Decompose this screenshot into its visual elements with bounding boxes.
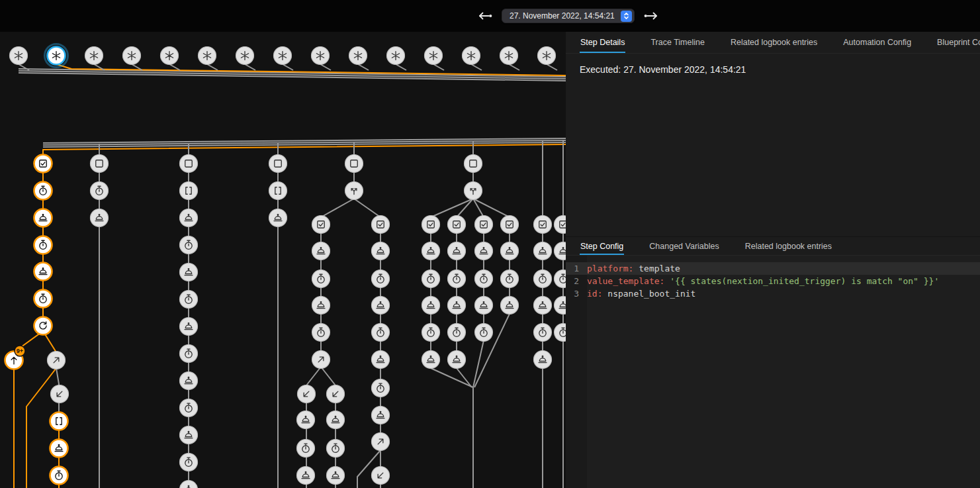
graph-node-asterisk[interactable] <box>45 44 68 68</box>
graph-node-timer[interactable] <box>91 182 109 200</box>
graph-node-checkbox-marked[interactable] <box>448 216 466 234</box>
graph-node-checkbox-marked[interactable] <box>555 216 566 234</box>
graph-node-code-brackets[interactable] <box>50 413 68 430</box>
graph-node-timer[interactable] <box>448 324 466 342</box>
graph-node-asterisk[interactable] <box>199 47 216 65</box>
graph-node-checkbox-blank[interactable] <box>180 155 198 173</box>
graph-node-timer[interactable] <box>501 270 519 288</box>
graph-node-timer[interactable] <box>180 291 198 309</box>
graph-node-timer[interactable] <box>34 182 52 200</box>
graph-node-service-bell[interactable] <box>372 242 390 260</box>
tab-changed-variables[interactable]: Changed Variables <box>648 237 719 255</box>
tab-step-details[interactable]: Step Details <box>580 32 625 53</box>
graph-node-service-bell[interactable] <box>534 297 552 315</box>
graph-node-service-bell[interactable] <box>180 318 198 336</box>
graph-node-asterisk[interactable] <box>274 47 292 65</box>
graph-node-timer[interactable] <box>372 324 390 342</box>
graph-node-service-bell[interactable] <box>534 242 552 260</box>
graph-node-service-bell[interactable] <box>501 297 519 315</box>
graph-node-service-bell[interactable] <box>372 407 390 424</box>
graph-node-arrow-bottom-left[interactable] <box>327 385 345 403</box>
graph-node-service-bell[interactable] <box>555 297 566 315</box>
graph-node-arrow-bottom-left[interactable] <box>51 385 69 403</box>
graph-node-timer[interactable] <box>34 290 52 308</box>
graph-node-checkbox-blank[interactable] <box>345 155 363 173</box>
graph-node-asterisk[interactable] <box>349 47 367 65</box>
graph-node-timer[interactable] <box>312 324 330 342</box>
graph-node-service-bell[interactable] <box>372 351 390 369</box>
graph-node-service-bell[interactable] <box>91 209 109 227</box>
graph-node-code-brackets[interactable] <box>269 182 287 200</box>
graph-node-checkbox-marked[interactable] <box>422 216 440 234</box>
graph-node-timer[interactable] <box>475 324 493 342</box>
graph-node-asterisk[interactable] <box>463 47 480 65</box>
graph-node-checkbox-blank[interactable] <box>91 155 109 173</box>
graph-node-asterisk[interactable] <box>161 47 179 65</box>
graph-node-timer[interactable] <box>327 440 345 458</box>
graph-node-timer[interactable] <box>372 379 390 397</box>
graph-node-checkbox-marked[interactable] <box>372 216 390 234</box>
graph-node-service-bell[interactable] <box>34 209 52 227</box>
graph-node-timer[interactable] <box>422 270 440 288</box>
graph-node-service-bell[interactable] <box>422 242 440 260</box>
graph-node-checkbox-marked[interactable] <box>534 216 552 234</box>
graph-node-service-bell[interactable] <box>50 440 68 458</box>
graph-node-timer[interactable] <box>475 270 493 288</box>
graph-node-service-bell[interactable] <box>180 209 198 227</box>
graph-node-timer[interactable] <box>297 440 315 458</box>
graph-node-asterisk[interactable] <box>85 47 103 65</box>
graph-node-asterisk[interactable] <box>500 47 518 65</box>
graph-node-service-bell[interactable] <box>501 242 519 260</box>
graph-node-service-bell[interactable] <box>555 242 566 260</box>
graph-node-timer[interactable] <box>180 399 198 417</box>
graph-node-call-split[interactable] <box>465 182 482 200</box>
graph-node-asterisk[interactable] <box>10 47 28 65</box>
graph-node-timer[interactable] <box>448 270 466 288</box>
graph-node-service-bell[interactable] <box>312 297 330 315</box>
tab-step-config[interactable]: Step Config <box>580 237 624 255</box>
graph-node-checkbox-marked[interactable] <box>475 216 493 234</box>
graph-node-service-bell[interactable] <box>448 242 466 260</box>
graph-node-arrow-bottom-left[interactable] <box>298 385 316 403</box>
graph-node-service-bell[interactable] <box>297 467 315 485</box>
graph-node-timer[interactable] <box>312 270 330 288</box>
graph-node-checkbox-marked[interactable] <box>34 155 52 173</box>
graph-node-timer[interactable] <box>50 467 68 485</box>
graph-node-code-brackets[interactable] <box>180 182 198 200</box>
graph-node-checkbox-blank[interactable] <box>269 155 287 173</box>
graph-node-asterisk[interactable] <box>123 47 141 65</box>
graph-node-checkbox-marked[interactable] <box>501 216 519 234</box>
tab-blueprint-config[interactable]: Blueprint Config <box>936 32 980 53</box>
graph-node-timer[interactable] <box>555 270 566 288</box>
graph-node-timer[interactable] <box>534 270 552 288</box>
graph-node-arrow-up-right[interactable] <box>312 351 330 369</box>
graph-node-service-bell[interactable] <box>422 297 440 315</box>
graph-node-asterisk[interactable] <box>236 47 254 65</box>
graph-node-timer[interactable] <box>180 454 198 471</box>
graph-node-checkbox-blank[interactable] <box>465 155 482 173</box>
tab-automation-config[interactable]: Automation Config <box>842 32 912 53</box>
graph-node-arrow-bottom-left[interactable] <box>372 467 390 485</box>
graph-node-timer[interactable] <box>422 324 440 342</box>
graph-node-service-bell[interactable] <box>180 372 198 390</box>
tab-related-logbook-entries[interactable]: Related logbook entries <box>744 237 832 255</box>
graph-node-service-bell[interactable] <box>327 411 345 429</box>
graph-node-repeat[interactable] <box>34 317 52 335</box>
graph-node-service-bell[interactable] <box>448 351 466 369</box>
graph-node-service-bell[interactable] <box>180 264 198 281</box>
next-trace-button[interactable] <box>643 7 660 24</box>
graph-node-service-bell[interactable] <box>269 209 287 227</box>
graph-node-service-bell[interactable] <box>180 426 198 444</box>
graph-node-asterisk[interactable] <box>312 47 330 65</box>
tab-trace-timeline[interactable]: Trace Timeline <box>650 32 705 53</box>
graph-node-timer[interactable] <box>534 324 552 342</box>
graph-node-service-bell[interactable] <box>475 297 493 315</box>
graph-node-arrow-up-right[interactable] <box>372 433 390 451</box>
graph-node-asterisk[interactable] <box>425 47 443 65</box>
graph-node-service-bell[interactable] <box>180 481 198 488</box>
graph-node-checkbox-marked[interactable] <box>312 216 330 234</box>
graph-node-timer[interactable] <box>180 236 198 254</box>
graph-node-service-bell[interactable] <box>372 297 390 315</box>
previous-trace-button[interactable] <box>476 7 494 24</box>
graph-node-timer[interactable] <box>372 270 390 288</box>
